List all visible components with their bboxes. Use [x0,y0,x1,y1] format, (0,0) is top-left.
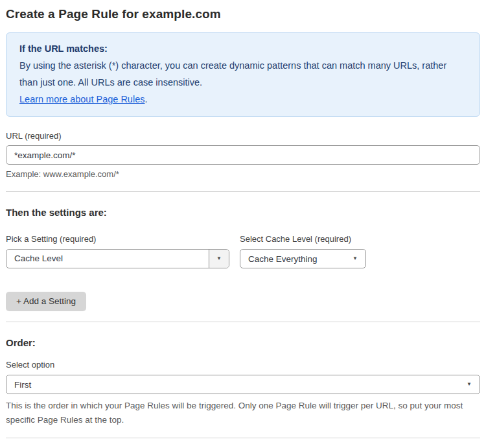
page-rule-form: Create a Page Rule for example.com If th… [0,0,486,448]
chevron-down-icon: ▼ [353,256,358,261]
pick-setting-label: Pick a Setting (required) [6,234,229,244]
cache-level-column: Select Cache Level (required) Cache Ever… [240,234,366,268]
order-dropdown[interactable]: First ▼ [6,375,480,394]
pick-setting-dropdown[interactable]: Cache Level ▼ [6,249,229,268]
chevron-down-icon: ▼ [216,256,222,261]
order-value: First [14,380,31,390]
section-divider [6,191,480,192]
url-field-label: URL (required) [6,131,480,141]
chevron-down-icon: ▼ [467,382,472,387]
learn-more-link[interactable]: Learn more about Page Rules [19,94,145,104]
url-input[interactable] [6,145,480,165]
pick-setting-caret-box[interactable]: ▼ [209,250,229,268]
settings-row: Pick a Setting (required) Cache Level ▼ … [6,234,480,268]
info-box-heading: If the URL matches: [19,40,467,57]
section-divider [6,438,480,438]
section-divider [6,322,480,322]
cache-level-dropdown[interactable]: Cache Everything ▼ [240,249,366,268]
cache-level-value: Cache Everything [248,254,318,264]
add-setting-button[interactable]: + Add a Setting [6,292,86,311]
cache-level-label: Select Cache Level (required) [240,234,366,244]
info-box-link-line: Learn more about Page Rules. [19,91,467,108]
page-title: Create a Page Rule for example.com [6,7,480,21]
order-helper-text: This is the order in which your Page Rul… [6,399,480,427]
pick-setting-value: Cache Level [6,250,209,268]
url-match-info-box: If the URL matches: By using the asteris… [6,32,480,117]
pick-setting-column: Pick a Setting (required) Cache Level ▼ [6,234,229,268]
url-example-helper: Example: www.example.com/* [6,169,480,179]
link-suffix: . [145,94,147,104]
settings-heading: Then the settings are: [6,207,480,218]
order-select-label: Select option [6,360,480,370]
info-box-body: By using the asterisk (*) character, you… [19,57,467,91]
order-heading: Order: [6,337,480,348]
